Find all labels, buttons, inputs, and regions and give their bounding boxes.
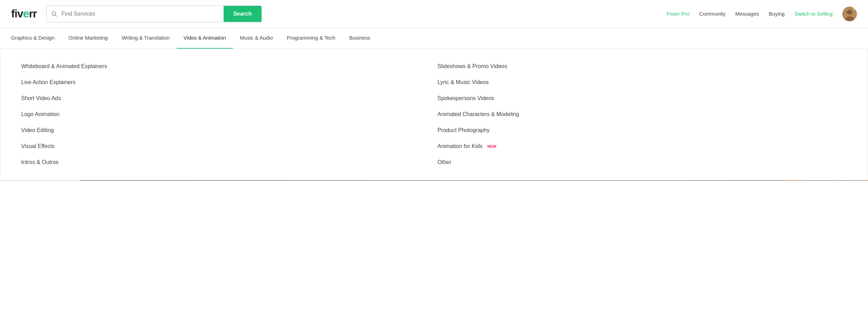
cat-graphics-design[interactable]: Graphics & Design bbox=[11, 28, 61, 49]
dropdown-whiteboard[interactable]: Whiteboard & Animated Explainers bbox=[21, 58, 437, 74]
dropdown-col-2: Slideshows & Promo Videos Lyric & Music … bbox=[437, 58, 854, 170]
svg-line-1 bbox=[56, 15, 57, 16]
dropdown-menu: Whiteboard & Animated Explainers Live Ac… bbox=[0, 49, 868, 180]
header: fiverr Search Fiverr Pro Community Messa… bbox=[0, 0, 868, 28]
dropdown-video-editing[interactable]: Video Editing bbox=[21, 122, 437, 138]
dropdown-slideshows[interactable]: Slideshows & Promo Videos bbox=[437, 58, 854, 74]
cat-programming-tech[interactable]: Programming & Tech bbox=[280, 28, 342, 49]
dropdown-product-photography[interactable]: Product Photography bbox=[437, 122, 854, 138]
dropdown-animation-kids[interactable]: Animation for Kids NEW bbox=[437, 138, 854, 154]
dropdown-logo-animation[interactable]: Logo Animation bbox=[21, 106, 437, 122]
cat-music-audio[interactable]: Music & Audio bbox=[233, 28, 280, 49]
dropdown-spokespersons[interactable]: Spokespersons Videos bbox=[437, 90, 854, 106]
category-nav-wrapper: Graphics & Design Online Marketing Writi… bbox=[0, 28, 868, 49]
dropdown-other[interactable]: Other bbox=[437, 154, 854, 170]
cat-online-marketing[interactable]: Online Marketing bbox=[61, 28, 115, 49]
buying-link[interactable]: Buying bbox=[769, 11, 785, 17]
header-nav: Fiverr Pro Community Messages Buying Swi… bbox=[667, 7, 857, 21]
search-bar: Search bbox=[47, 6, 262, 22]
new-badge: NEW bbox=[487, 144, 496, 148]
messages-link[interactable]: Messages bbox=[735, 11, 759, 17]
avatar[interactable] bbox=[842, 7, 857, 21]
dropdown-lyric-music[interactable]: Lyric & Music Videos bbox=[437, 74, 854, 90]
category-nav: Graphics & Design Online Marketing Writi… bbox=[0, 28, 868, 49]
community-link[interactable]: Community bbox=[699, 11, 726, 17]
dropdown-intros-outros[interactable]: Intros & Outros bbox=[21, 154, 437, 170]
dropdown-animated-characters[interactable]: Animated Characters & Modeling bbox=[437, 106, 854, 122]
cat-video-animation[interactable]: Video & Animation bbox=[177, 28, 233, 49]
online-indicator bbox=[853, 7, 857, 10]
fiverr-pro-link[interactable]: Fiverr Pro bbox=[667, 11, 690, 17]
cat-writing-translation[interactable]: Writing & Translation bbox=[115, 28, 176, 49]
dropdown-col-1: Whiteboard & Animated Explainers Live Ac… bbox=[21, 58, 437, 170]
search-input[interactable] bbox=[61, 11, 224, 17]
dropdown-live-action[interactable]: Live Action Explainers bbox=[21, 74, 437, 90]
dropdown-short-video[interactable]: Short Video Ads bbox=[21, 90, 437, 106]
logo: fiverr bbox=[11, 7, 37, 20]
cat-business[interactable]: Business bbox=[342, 28, 377, 49]
dropdown-visual-effects[interactable]: Visual Effects bbox=[21, 138, 437, 154]
search-button[interactable]: Search bbox=[224, 6, 261, 22]
switch-to-selling-link[interactable]: Switch to Selling bbox=[794, 11, 833, 17]
search-icon bbox=[47, 11, 61, 17]
